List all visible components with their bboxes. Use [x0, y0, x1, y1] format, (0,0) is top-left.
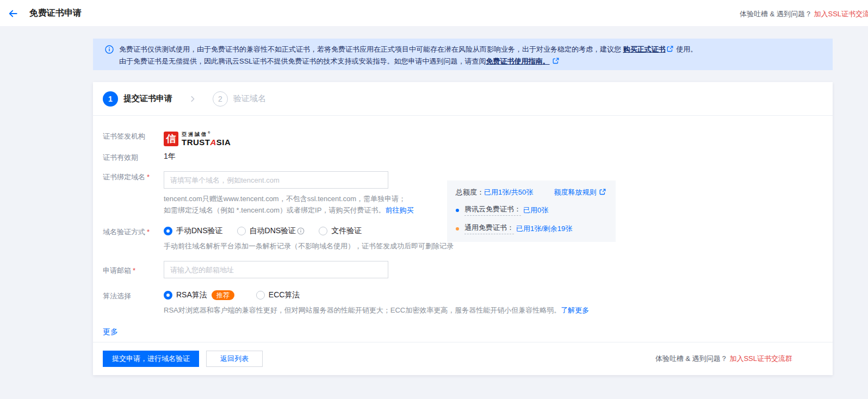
buy-paid-cert-link[interactable]: 购买正式证书: [623, 45, 666, 53]
top-header-bar: 免费证书申请 体验吐槽 & 遇到问题？ 加入SSL证书交流群: [0, 0, 868, 26]
banner-line1-text: 免费证书仅供测试使用，由于免费证书的兼容性不如正式证书，若将免费证书应用在正式项…: [119, 45, 623, 53]
info-banner: 免费证书仅供测试使用，由于免费证书的兼容性不如正式证书，若将免费证书应用在正式项…: [93, 39, 833, 70]
radio-selected-icon: [164, 291, 172, 300]
banner-line-2: 由于免费证书是无偿提供，因此腾讯云SSL证书不提供免费证书的技术支持或安装指导。…: [119, 55, 697, 67]
more-options-link[interactable]: 更多: [103, 327, 118, 337]
chevron-right-icon: [189, 95, 196, 103]
dns-radio-group: 手动DNS验证 自动DNS验证 文件验证: [164, 226, 454, 236]
required-asterisk: *: [147, 228, 150, 236]
radio-unselected-icon: [256, 291, 265, 300]
banner-text-block: 免费证书仅供测试使用，由于免费证书的兼容性不如正式证书，若将免费证书应用在正式项…: [119, 43, 697, 70]
validity-value: 1年: [164, 152, 176, 161]
application-card: 1 提交证书申请 2 验证域名 证书签发机构 信 亞洲誠信® TRUSTASIA: [93, 82, 833, 375]
quota-total-value: 已用1张/共50张: [484, 188, 533, 197]
issuer-row: 证书签发机构 信 亞洲誠信® TRUSTASIA: [103, 130, 833, 147]
trustasia-en-text: TRUSTASIA: [182, 138, 231, 146]
quota-total-label: 总额度：: [456, 188, 484, 197]
quota-total-row: 总额度： 已用1张/共50张 额度释放规则: [456, 188, 607, 197]
quota-panel: 总额度： 已用1张/共50张 额度释放规则 腾讯云免费证书： 已用0张 通用免费…: [447, 180, 616, 242]
page-background: 免费证书仅供测试使用，由于免费证书的兼容性不如正式证书，若将免费证书应用在正式项…: [0, 26, 868, 399]
quota-item-term[interactable]: 通用免费证书：: [464, 223, 514, 234]
step-2-label: 验证域名: [233, 93, 266, 104]
step-1-circle: 1: [103, 91, 118, 107]
radio-selected-icon: [164, 227, 172, 235]
feedback-text: 体验吐槽 & 遇到问题？: [655, 354, 728, 363]
required-asterisk: *: [147, 173, 150, 181]
step-2-circle: 2: [213, 91, 228, 107]
dns-label: 域名验证方式*: [103, 226, 164, 237]
quota-item-general: 通用免费证书： 已用1张/剩余19张: [456, 223, 607, 234]
banner-line-1: 免费证书仅供测试使用，由于免费证书的兼容性不如正式证书，若将免费证书应用在正式项…: [119, 43, 697, 55]
algorithm-radio-group: RSA算法 推荐 ECC算法: [164, 290, 589, 300]
required-asterisk: *: [133, 266, 135, 275]
domain-label: 证书绑定域名*: [103, 171, 164, 182]
trustasia-cn-text: 亞洲誠信®: [182, 131, 231, 137]
quota-item-tencent: 腾讯云免费证书： 已用0张: [456, 204, 607, 216]
radio-unselected-icon: [237, 227, 246, 235]
issuer-label: 证书签发机构: [103, 130, 164, 141]
trustasia-mark-icon: 信: [164, 132, 178, 146]
form-body: 证书签发机构 信 亞洲誠信® TRUSTASIA 证书有效期 1年: [93, 116, 833, 337]
validity-label: 证书有效期: [103, 152, 164, 163]
algorithm-row: 算法选择 RSA算法 推荐 ECC算法 RS: [103, 290, 833, 316]
free-cert-guide-link[interactable]: 免费证书使用指南。: [486, 57, 550, 65]
back-arrow-icon[interactable]: [8, 8, 18, 19]
radio-unselected-icon: [319, 227, 327, 235]
join-ssl-group-link[interactable]: 加入SSL证书交流群: [729, 354, 792, 363]
footer-feedback: 体验吐槽 & 遇到问题？ 加入SSL证书交流群: [655, 354, 792, 364]
feedback-text: 体验吐槽 & 遇到问题？: [740, 10, 812, 18]
page-title: 免费证书申请: [29, 8, 82, 19]
header-feedback: 体验吐槽 & 遇到问题？ 加入SSL证书交流群: [740, 9, 868, 19]
steps-header: 1 提交证书申请 2 验证域名: [93, 82, 833, 116]
trustasia-logo: 信 亞洲誠信® TRUSTASIA: [164, 130, 231, 147]
email-label: 申请邮箱*: [103, 261, 164, 276]
banner-line1-suffix: 使用。: [674, 45, 698, 53]
learn-more-link[interactable]: 了解更多: [561, 306, 589, 314]
quota-rules-link[interactable]: 额度释放规则: [554, 188, 607, 197]
quota-item-term[interactable]: 腾讯云免费证书：: [464, 204, 521, 216]
algorithm-label: 算法选择: [103, 290, 164, 301]
email-row: 申请邮箱*: [103, 261, 833, 278]
external-link-icon[interactable]: [667, 44, 673, 51]
step-1-label: 提交证书申请: [123, 93, 172, 104]
banner-line2-text: 由于免费证书是无偿提供，因此腾讯云SSL证书不提供免费证书的技术支持或安装指导。…: [119, 57, 486, 65]
dns-help-text: 手动前往域名解析平台添加一条解析记录（不影响域名使用），证书签发成功后即可删除记…: [164, 240, 454, 252]
quota-item-value: 已用1张/剩余19张: [516, 224, 572, 234]
domain-input[interactable]: [164, 171, 388, 189]
external-link-icon[interactable]: [553, 56, 559, 63]
orange-dot-icon: [456, 227, 459, 230]
submit-application-button[interactable]: 提交申请，进行域名验证: [103, 351, 199, 367]
back-to-list-button[interactable]: 返回列表: [206, 351, 263, 367]
radio-file-validation[interactable]: 文件验证: [319, 226, 362, 236]
email-input[interactable]: [164, 261, 388, 278]
recommend-badge: 推荐: [212, 290, 234, 300]
card-footer: 提交申请，进行域名验证 返回列表 体验吐槽 & 遇到问题？ 加入SSL证书交流群: [93, 342, 833, 375]
go-purchase-link[interactable]: 前往购买: [385, 206, 413, 214]
radio-ecc[interactable]: ECC算法: [256, 290, 300, 300]
algorithm-help-text: RSA对浏览器和客户端的兼容性更好，但对网站服务器的性能开销更大；ECC加密效率…: [164, 304, 589, 316]
radio-rsa[interactable]: RSA算法 推荐: [164, 290, 234, 300]
join-ssl-group-link[interactable]: 加入SSL证书交流群: [814, 10, 868, 18]
validity-row: 证书有效期 1年: [103, 152, 833, 163]
radio-auto-dns[interactable]: 自动DNS验证: [237, 226, 305, 236]
domain-help-text: tencent.com只赠送www.tencent.com，不包含ssl.ten…: [164, 193, 413, 216]
quota-item-value: 已用0张: [523, 205, 548, 215]
blue-dot-icon: [456, 209, 459, 212]
radio-manual-dns[interactable]: 手动DNS验证: [164, 226, 223, 236]
info-circle-icon: [105, 45, 114, 54]
info-tooltip-icon[interactable]: [297, 227, 305, 235]
external-link-icon: [599, 189, 606, 195]
